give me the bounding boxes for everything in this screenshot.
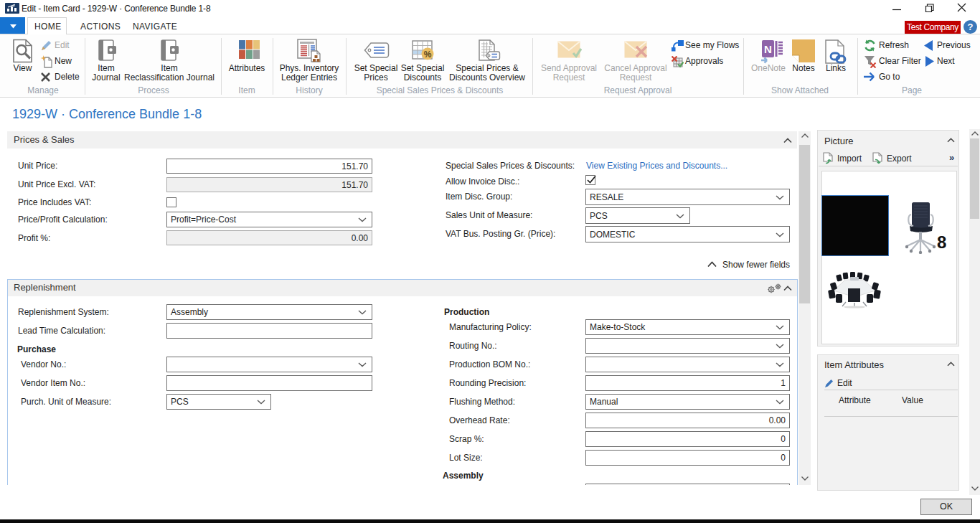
- svg-text:N: N: [764, 43, 772, 55]
- svg-text:%: %: [424, 50, 432, 60]
